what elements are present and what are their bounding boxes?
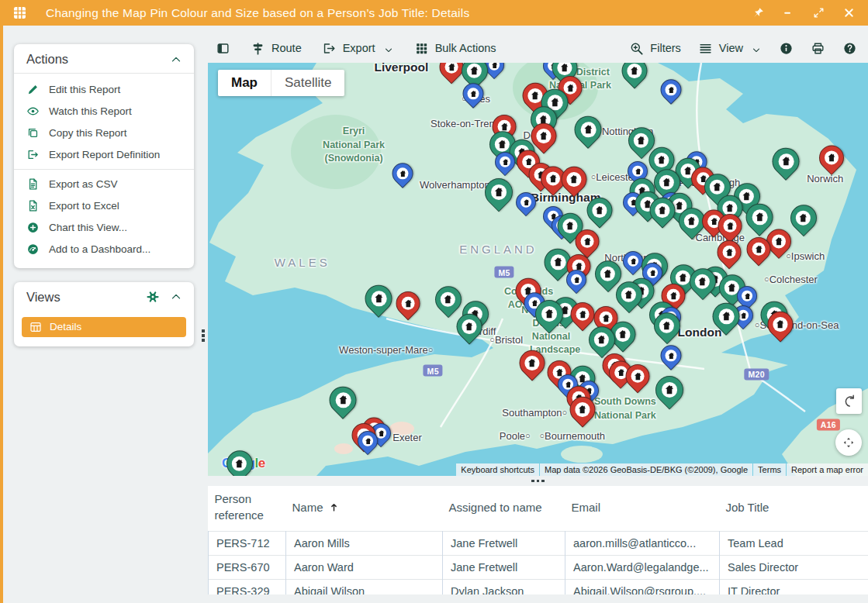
keyboard-shortcuts-link[interactable]: Keyboard shortcuts — [456, 463, 539, 476]
map-pin-red[interactable] — [718, 214, 742, 238]
map-pin-green[interactable] — [650, 198, 676, 223]
map-pin-red[interactable] — [519, 350, 545, 376]
map-pin-blue[interactable] — [623, 251, 643, 271]
map-pin-blue[interactable] — [393, 163, 413, 184]
view-item-details[interactable]: Details — [22, 317, 186, 337]
map-pin-red[interactable] — [440, 63, 464, 79]
map-pin-green[interactable] — [456, 314, 482, 339]
map-pin-red[interactable] — [531, 123, 557, 149]
action-item-watch-this-report[interactable]: Watch this Report — [14, 100, 194, 122]
map-pin-red[interactable] — [819, 146, 844, 171]
map-label: Liverpool — [374, 63, 428, 74]
map-pin-red[interactable] — [746, 237, 770, 261]
map-pin-green[interactable] — [575, 116, 602, 143]
map-pin-green[interactable] — [485, 178, 513, 206]
map-type-map[interactable]: Map — [218, 70, 271, 96]
map-table-resize-handle[interactable] — [208, 476, 868, 486]
minimize-button[interactable] — [782, 6, 795, 19]
map-pin-blue[interactable] — [661, 79, 682, 100]
map-pin-red[interactable] — [396, 291, 420, 315]
pin-window-button[interactable] — [752, 6, 765, 19]
column-header-job-title[interactable]: Job Title — [720, 486, 868, 532]
map-pin-red[interactable] — [571, 302, 595, 326]
views-gear-icon[interactable] — [146, 290, 160, 304]
action-item-copy-this-report[interactable]: Copy this Report — [14, 122, 194, 143]
report-map-error-link[interactable]: Report a map error — [787, 463, 868, 476]
column-header-person-reference[interactable]: Person reference — [209, 486, 286, 532]
action-item-export-report-definition[interactable]: Export Report Definition — [14, 143, 194, 165]
map-pin-green[interactable] — [616, 281, 642, 308]
map-pin-green[interactable] — [435, 286, 462, 312]
bulk-actions-button[interactable]: Bulk Actions — [414, 41, 496, 56]
sidebar-resize-handle[interactable] — [200, 329, 206, 348]
collapse-actions-icon[interactable] — [169, 53, 183, 67]
action-item-export-as-csv[interactable]: Export as CSV — [14, 169, 194, 195]
map-rotate-button[interactable] — [836, 388, 862, 414]
map-pin-blue[interactable] — [661, 345, 682, 366]
map-pin-blue[interactable] — [495, 152, 515, 172]
map-pan-button[interactable] — [835, 429, 862, 456]
column-header-email[interactable]: Email — [565, 486, 720, 532]
house-icon — [594, 332, 609, 346]
map-pin-blue[interactable] — [463, 83, 484, 104]
column-header-assigned-to-name[interactable]: Assigned to name — [443, 486, 565, 532]
map-pin-green[interactable] — [589, 326, 615, 353]
map-pin-green[interactable] — [535, 300, 563, 328]
action-item-edit-this-report[interactable]: Edit this Report — [14, 78, 194, 100]
google-map[interactable]: MapSatellite LiverpoolPeak DistrictNatio… — [208, 63, 868, 476]
map-pin-green[interactable] — [329, 387, 356, 414]
map-pin-green[interactable] — [227, 450, 253, 476]
map-pin-blue[interactable] — [358, 431, 378, 451]
map-label: National — [532, 331, 570, 342]
map-label: Stoke-on-Trent — [431, 118, 497, 129]
map-type-satellite[interactable]: Satellite — [271, 70, 344, 96]
action-item-chart-this-view[interactable]: Chart this View... — [14, 217, 194, 239]
export-button[interactable]: Export — [322, 41, 394, 56]
help-button[interactable] — [842, 41, 857, 56]
table-row[interactable]: PERS-712Aaron MillsJane Fretwellaaron.mi… — [209, 532, 868, 556]
route-button[interactable]: Route — [251, 41, 302, 56]
doc-csv-icon — [26, 177, 40, 191]
map-pin-red[interactable] — [576, 229, 600, 253]
map-pin-green[interactable] — [790, 205, 817, 231]
map-pin-green[interactable] — [621, 63, 647, 84]
house-icon — [796, 211, 811, 226]
action-item-add-to-a-dashboard[interactable]: Add to a Dashboard... — [14, 239, 194, 260]
map-pin-green[interactable] — [745, 204, 773, 231]
map-pin-green[interactable] — [462, 63, 488, 84]
map-pin-green[interactable] — [690, 268, 716, 295]
map-pin-red[interactable] — [626, 364, 650, 388]
house-icon — [752, 243, 765, 256]
map-pin-blue[interactable] — [516, 192, 536, 212]
view-button[interactable]: View — [698, 41, 762, 56]
table-row[interactable]: PERS-329Abigail WilsonDylan JacksonAbiga… — [209, 580, 868, 595]
filters-button[interactable]: Filters — [629, 41, 680, 56]
map-pin-green[interactable] — [772, 148, 799, 175]
map-label: Weston-super-Mare○ — [339, 344, 433, 356]
map-pin-green[interactable] — [586, 198, 612, 223]
table-cell: Aaron Ward — [286, 556, 443, 580]
column-header-name[interactable]: Name — [286, 486, 443, 532]
map-pin-red[interactable] — [767, 312, 793, 337]
collapse-panel-button[interactable] — [216, 41, 230, 56]
map-pin-green[interactable] — [713, 303, 740, 330]
map-pin-red[interactable] — [570, 397, 596, 422]
map-pin-red[interactable] — [562, 167, 587, 192]
close-button[interactable] — [842, 6, 856, 19]
map-pin-green[interactable] — [654, 312, 680, 339]
map-pin-blue[interactable] — [566, 270, 586, 290]
collapse-views-icon[interactable] — [169, 290, 183, 304]
house-icon — [660, 319, 675, 333]
info-button[interactable] — [779, 41, 794, 56]
map-pin-red[interactable] — [718, 240, 742, 264]
table-row[interactable]: PERS-670Aaron WardJane FretwellAaron.War… — [209, 556, 868, 580]
print-button[interactable] — [811, 41, 825, 56]
maximize-button[interactable] — [812, 6, 825, 19]
terms-link[interactable]: Terms — [753, 463, 786, 476]
map-pin-green[interactable] — [655, 376, 683, 404]
map-pin-green[interactable] — [365, 285, 393, 312]
table-cell: Aaron Mills — [286, 532, 443, 556]
map-pin-blue[interactable] — [737, 286, 757, 306]
action-item-export-to-excel[interactable]: Export to Excel — [14, 195, 194, 217]
action-item-label: Add to a Dashboard... — [49, 243, 150, 256]
